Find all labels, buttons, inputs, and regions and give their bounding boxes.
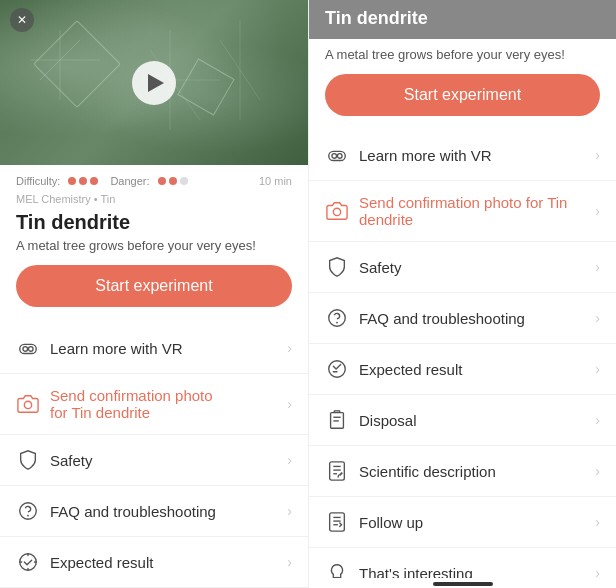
menu-item-vr[interactable]: Learn more with VR › [0,323,308,374]
result-icon [325,357,349,381]
chevron-icon: › [595,361,600,377]
shield-icon [325,255,349,279]
svg-point-17 [332,154,337,159]
svg-rect-35 [330,513,345,531]
chevron-icon: › [595,203,600,219]
start-experiment-button[interactable]: Start experiment [16,265,292,307]
chevron-icon: › [287,340,292,356]
right-menu-item-interesting[interactable]: That's interesting › [309,548,616,578]
difficulty-dot-1 [68,177,76,185]
right-header: Tin dendrite [309,0,616,39]
right-menu-item-faq[interactable]: FAQ and troubleshooting › [309,293,616,344]
difficulty-label: Difficulty: [16,175,60,187]
right-menu-item-disposal[interactable]: Disposal › [309,395,616,446]
chevron-icon: › [287,452,292,468]
menu-item-photo[interactable]: Send confirmation photofor Tin dendrite … [0,374,308,435]
svg-line-34 [338,475,339,478]
play-icon [148,74,164,92]
svg-rect-30 [330,462,345,480]
video-thumbnail[interactable]: ✕ [0,0,308,165]
chevron-icon: › [595,147,600,163]
right-menu-item-scientific[interactable]: Scientific description › [309,446,616,497]
chevron-icon: › [595,310,600,326]
danger-dot-1 [158,177,166,185]
scientific-icon [325,459,349,483]
vr-icon [16,336,40,360]
close-button[interactable]: ✕ [10,8,34,32]
right-menu-item-vr[interactable]: Learn more with VR › [309,130,616,181]
experiment-title: Tin dendrite [0,209,308,238]
right-description: A metal tree grows before your very eyes… [309,39,616,66]
difficulty-dot-3 [90,177,98,185]
chevron-icon: › [287,396,292,412]
camera-icon [325,199,349,223]
question-icon [325,306,349,330]
right-menu-item-followup[interactable]: Follow up › [309,497,616,548]
left-panel: ✕ Difficulty: Danger: 10 min MEL Chemist… [0,0,308,588]
result-icon [16,550,40,574]
interesting-icon [325,561,349,578]
danger-dot-2 [169,177,177,185]
menu-item-safety-label: Safety [50,452,283,469]
right-menu-followup-label: Follow up [359,514,591,531]
menu-item-result[interactable]: Expected result › [0,537,308,588]
menu-item-faq-label: FAQ and troubleshooting [50,503,283,520]
left-menu-list: Learn more with VR › Send confirmation p… [0,323,308,588]
right-menu-faq-label: FAQ and troubleshooting [359,310,591,327]
chevron-icon: › [595,259,600,275]
vr-icon [325,143,349,167]
right-menu-scientific-label: Scientific description [359,463,591,480]
camera-icon [16,392,40,416]
menu-item-faq[interactable]: FAQ and troubleshooting › [0,486,308,537]
svg-point-12 [24,401,31,408]
menu-item-photo-label: Send confirmation photofor Tin dendrite [50,387,283,421]
danger-label: Danger: [110,175,149,187]
chevron-icon: › [595,514,600,530]
menu-item-safety[interactable]: Safety › [0,435,308,486]
right-menu-disposal-label: Disposal [359,412,591,429]
svg-point-18 [337,154,342,159]
time-label: 10 min [259,175,292,187]
right-menu-result-label: Expected result [359,361,591,378]
right-menu-vr-label: Learn more with VR [359,147,591,164]
right-menu-list: Learn more with VR › Send confirmation p… [309,130,616,578]
right-menu-item-result[interactable]: Expected result › [309,344,616,395]
right-title: Tin dendrite [325,8,600,29]
right-menu-photo-label: Send confirmation photo for Tin dendrite [359,194,591,228]
followup-icon [325,510,349,534]
difficulty-dots [68,177,98,185]
right-panel: Tin dendrite A metal tree grows before y… [308,0,616,588]
chevron-icon: › [287,554,292,570]
svg-point-13 [20,503,37,520]
svg-point-20 [333,208,340,215]
question-icon [16,499,40,523]
breadcrumb: MEL Chemistry • Tin [0,191,308,209]
menu-item-vr-label: Learn more with VR [50,340,283,357]
right-menu-interesting-label: That's interesting [359,565,591,579]
meta-row: Difficulty: Danger: 10 min [0,165,308,191]
menu-item-result-label: Expected result [50,554,283,571]
scroll-indicator [433,582,493,586]
danger-dot-3 [180,177,188,185]
right-menu-item-safety[interactable]: Safety › [309,242,616,293]
right-start-experiment-button[interactable]: Start experiment [325,74,600,116]
experiment-description: A metal tree grows before your very eyes… [0,238,308,265]
right-menu-safety-label: Safety [359,259,591,276]
chevron-icon: › [595,565,600,578]
chevron-icon: › [287,503,292,519]
difficulty-dot-2 [79,177,87,185]
play-button[interactable] [132,61,176,105]
chevron-icon: › [595,412,600,428]
disposal-icon [325,408,349,432]
shield-icon [16,448,40,472]
svg-point-9 [23,347,28,352]
svg-point-21 [329,310,346,327]
danger-dots [158,177,188,185]
svg-point-10 [28,347,33,352]
chevron-icon: › [595,463,600,479]
right-menu-item-photo[interactable]: Send confirmation photo for Tin dendrite… [309,181,616,242]
